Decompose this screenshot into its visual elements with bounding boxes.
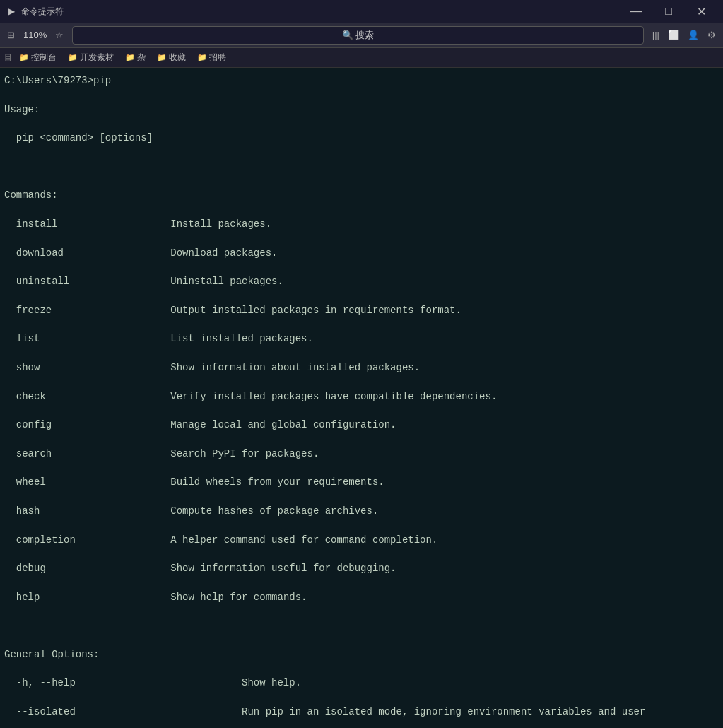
folder-icon: 📁 (157, 53, 167, 62)
command-row: list List installed packages. (4, 331, 719, 346)
cmd-desc: Output installed packages in requirement… (170, 305, 462, 316)
cmd-desc: Build wheels from your requirements. (170, 476, 384, 488)
command-row: help Show help for commands. (4, 590, 719, 604)
cmd-name: check (4, 389, 170, 404)
cmd-desc: Manage local and global configuration. (170, 419, 396, 430)
command-row: download Download packages. (4, 246, 719, 260)
maximize-button[interactable]: □ (652, 0, 685, 23)
opt-desc: Show help. (242, 677, 301, 688)
cmd-name: show (4, 360, 170, 375)
command-row: completion A helper command used for com… (4, 533, 719, 547)
opt-name: --isolated (4, 706, 242, 717)
bookmarks-bar: 目 📁控制台📁开发素材📁杂📁收藏📁招聘 (0, 48, 723, 68)
commands-header: Commands: (4, 188, 719, 202)
bookmark-item[interactable]: 📁招聘 (193, 50, 230, 65)
command-row: install Install packages. (4, 217, 719, 231)
options-header: General Options: (4, 647, 719, 662)
cmd-desc: Download packages. (170, 247, 277, 259)
folder-icon: 📁 (125, 53, 135, 62)
prompt-line: C:\Users\79273>pip (4, 74, 719, 88)
command-row: show Show information about installed pa… (4, 360, 719, 375)
cmd-desc: Compute hashes of package archives. (170, 505, 378, 517)
bookmark-item[interactable]: 📁开发素材 (64, 50, 118, 65)
usage-line: Usage: (4, 102, 719, 117)
folder-icon: 📁 (19, 53, 29, 62)
cmd-name: hash (4, 504, 170, 518)
cmd-name: install (4, 217, 170, 231)
command-row: uninstall Uninstall packages. (4, 274, 719, 288)
blank-line (4, 160, 719, 174)
opt-name: -h, --help (4, 677, 242, 688)
search-icon: 🔍 (342, 30, 353, 40)
grid-icon[interactable]: ⊞ (7, 30, 15, 40)
command-row: debug Show information useful for debugg… (4, 561, 719, 575)
bookmark-item[interactable]: 📁收藏 (153, 50, 190, 65)
title-bar: ▶ 命令提示符 — □ ✕ (0, 0, 723, 23)
option-row: -h, --help Show help. (4, 676, 719, 690)
cmd-desc: Verify installed packages have compatibl… (170, 391, 497, 402)
command-row: wheel Build wheels from your requirement… (4, 475, 719, 489)
library-icon[interactable]: ||| (652, 30, 659, 40)
tabs-icon[interactable]: ⬜ (668, 30, 679, 40)
blank-line (4, 618, 719, 633)
app-icon: ▶ (6, 6, 17, 17)
terminal-output: C:\Users\79273>pip Usage: pip <command> … (0, 68, 723, 728)
cmd-desc: Search PyPI for packages. (170, 448, 319, 459)
bookmarks-label: 目 (4, 52, 12, 63)
minimize-button[interactable]: — (620, 0, 652, 23)
command-row: hash Compute hashes of package archives. (4, 504, 719, 518)
cmd-name: config (4, 418, 170, 432)
bookmark-item[interactable]: 📁控制台 (15, 50, 61, 65)
settings-icon[interactable]: ⚙ (707, 30, 716, 40)
cmd-desc: Show help for commands. (170, 592, 307, 603)
close-button[interactable]: ✕ (685, 0, 717, 23)
command-row: freeze Output installed packages in requ… (4, 303, 719, 317)
bookmark-label: 招聘 (209, 52, 226, 64)
opt-desc: Run pip in an isolated mode, ignoring en… (242, 706, 645, 717)
cmd-desc: List installed packages. (170, 333, 313, 344)
window-controls[interactable]: — □ ✕ (620, 0, 717, 23)
window-title: 命令提示符 (21, 6, 64, 18)
bookmark-label: 杂 (137, 52, 146, 64)
user-icon[interactable]: 👤 (688, 30, 699, 40)
cmd-desc: Show information about installed package… (170, 362, 420, 373)
zoom-level: 110% (23, 30, 47, 40)
browser-toolbar: ⊞ 110% ☆ 🔍 搜索 ||| ⬜ 👤 ⚙ (0, 23, 723, 48)
cmd-name: freeze (4, 303, 170, 317)
cmd-name: list (4, 331, 170, 346)
cmd-name: wheel (4, 475, 170, 489)
bookmark-label: 收藏 (169, 52, 186, 64)
command-row: search Search PyPI for packages. (4, 447, 719, 461)
cmd-name: uninstall (4, 274, 170, 288)
bookmark-label: 开发素材 (80, 52, 114, 64)
option-row: --isolated Run pip in an isolated mode, … (4, 705, 719, 719)
star-icon[interactable]: ☆ (55, 30, 64, 40)
command-row: check Verify installed packages have com… (4, 389, 719, 404)
cmd-desc: Install packages. (170, 218, 271, 230)
cmd-name: completion (4, 533, 170, 547)
cmd-name: download (4, 246, 170, 260)
folder-icon: 📁 (197, 53, 207, 62)
bookmark-item[interactable]: 📁杂 (121, 50, 150, 65)
address-bar[interactable]: 🔍 搜索 (72, 26, 644, 45)
bookmark-label: 控制台 (31, 52, 57, 64)
cmd-name: search (4, 447, 170, 461)
usage-cmd-line: pip <command> [options] (4, 131, 719, 145)
folder-icon: 📁 (68, 53, 78, 62)
title-bar-left: ▶ 命令提示符 (6, 6, 64, 18)
cmd-desc: A helper command used for command comple… (170, 534, 437, 546)
command-row: config Manage local and global configura… (4, 418, 719, 432)
cmd-desc: Uninstall packages. (170, 276, 283, 287)
cmd-desc: Show information useful for debugging. (170, 563, 396, 574)
cmd-name: help (4, 590, 170, 604)
cmd-name: debug (4, 561, 170, 575)
search-text: 搜索 (355, 30, 374, 40)
